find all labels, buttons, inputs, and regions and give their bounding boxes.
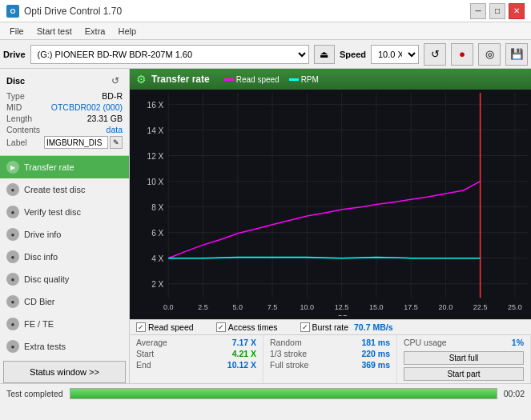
progress-bar-fill [70,389,497,398]
menu-start-test[interactable]: Start test [30,25,78,38]
transfer-rate-icon: ▶ [6,161,19,174]
average-value: 7.17 X [232,338,256,347]
svg-text:4 X: 4 X [151,254,163,263]
verify-test-disc-icon: ● [6,206,19,218]
col-2: Random 181 ms 1/3 stroke 220 ms Full str… [263,335,397,383]
drive-label: Drive [3,50,26,59]
nav-panel: ▶ Transfer rate ● Create test disc ● Ver… [0,156,129,358]
svg-text:0.0: 0.0 [163,303,174,311]
test-button-2[interactable]: ◎ [478,43,501,66]
refresh-drive-button[interactable]: ↺ [424,43,446,66]
disc-contents-label: Contents [6,125,40,134]
svg-rect-0 [133,93,528,316]
svg-text:12 X: 12 X [147,152,164,161]
drive-info-icon: ● [6,228,19,241]
chart-header: ⚙ Transfer rate Read speed RPM [130,69,531,90]
nav-item-create-test-disc[interactable]: ● Create test disc [0,178,129,201]
svg-text:10 X: 10 X [147,178,164,186]
menu-file[interactable]: File [3,25,30,38]
svg-text:5.0: 5.0 [233,303,243,311]
app-icon: O [6,5,19,18]
disc-label-input[interactable] [44,136,108,149]
save-button[interactable]: 💾 [505,43,528,66]
read-speed-checkbox[interactable]: ✓ [136,322,146,332]
menu-extra[interactable]: Extra [78,25,112,38]
nav-item-disc-quality[interactable]: ● Disc quality [0,268,129,290]
col-3: CPU usage 1% Start full Start part [397,335,531,383]
nav-item-transfer-rate[interactable]: ▶ Transfer rate [0,156,129,178]
read-speed-label: Read speed [236,75,280,84]
disc-mid-label: MID [6,102,22,112]
svg-text:2 X: 2 X [151,280,163,289]
fe-te-icon: ● [6,318,19,330]
title-bar: O Opti Drive Control 1.70 ─ □ ✕ [0,0,531,22]
svg-text:2.5: 2.5 [198,303,208,311]
chart-title: Transfer rate [151,74,210,85]
start-label: Start [136,349,154,358]
nav-item-extra-tests[interactable]: ● Extra tests [0,335,129,358]
sidebar: Disc ↺ Type BD-R MID OTCBDR002 (000) Len… [0,69,130,383]
close-button[interactable]: ✕ [509,3,525,19]
status-text: Test completed [6,389,63,398]
svg-text:16 X: 16 X [147,100,164,109]
svg-text:14 X: 14 X [147,126,164,135]
svg-text:10.0: 10.0 [300,303,315,311]
chart-icon: ⚙ [136,73,147,86]
read-speed-checkbox-item: ✓ Read speed [136,322,194,332]
start-full-button[interactable]: Start full [404,351,524,365]
nav-item-fe-te[interactable]: ● FE / TE [0,313,129,335]
disc-label-edit[interactable]: ✎ [110,136,123,149]
disc-quality-icon: ● [6,273,19,286]
nav-item-drive-info[interactable]: ● Drive info [0,223,129,246]
end-value: 10.12 X [227,360,256,370]
one-third-stroke-value: 220 ms [361,349,390,358]
nav-item-disc-info[interactable]: ● Disc info [0,246,129,268]
disc-refresh-button[interactable]: ↺ [108,74,123,88]
one-third-stroke-label: 1/3 stroke [270,349,307,358]
chart-svg: 16 X 14 X 12 X 10 X 8 X 6 X 4 X 2 X 0.0 … [133,93,528,316]
svg-text:6 X: 6 X [151,229,163,238]
disc-panel: Disc ↺ Type BD-R MID OTCBDR002 (000) Len… [0,69,129,156]
rpm-label: RPM [301,75,319,84]
nav-item-verify-test-disc[interactable]: ● Verify test disc [0,201,129,223]
cpu-usage-value: 1% [512,338,524,347]
start-part-button[interactable]: Start part [404,367,524,381]
col-1: Average 7.17 X Start 4.21 X End 10.12 X [130,335,263,383]
progress-bar-wrap [70,388,497,399]
minimize-button[interactable]: ─ [470,3,486,19]
chart-legend: Read speed RPM [224,75,319,84]
test-button-1[interactable]: ● [451,43,473,66]
speed-select[interactable]: 10.0 X [371,45,419,64]
access-times-checkbox[interactable]: ✓ [216,322,226,332]
speed-label: Speed [340,50,366,59]
svg-text:8 X: 8 X [151,203,163,212]
create-test-disc-icon: ● [6,183,19,196]
burst-rate-checkbox[interactable]: ✓ [300,322,310,332]
drive-bar: Drive (G:) PIONEER BD-RW BDR-207M 1.60 ⏏… [0,40,531,69]
burst-rate-checkbox-item: ✓ Burst rate 70.7 MB/s [300,322,393,332]
menu-help[interactable]: Help [111,25,143,38]
access-times-checkbox-item: ✓ Access times [216,322,278,332]
svg-text:20.0: 20.0 [439,303,453,311]
read-speed-checkbox-label: Read speed [148,322,194,332]
extra-tests-icon: ● [6,340,19,353]
nav-item-cd-bier[interactable]: ● CD Bier [0,290,129,313]
svg-text:22.5: 22.5 [473,303,488,311]
maximize-button[interactable]: □ [489,3,505,19]
legend-read-speed: Read speed [224,75,280,84]
drive-select[interactable]: (G:) PIONEER BD-RW BDR-207M 1.60 [30,45,309,64]
menu-bar: File Start test Extra Help [0,22,531,40]
average-label: Average [136,338,167,347]
full-stroke-value: 369 ms [361,360,390,370]
random-value: 181 ms [361,338,390,347]
disc-length-label: Length [6,114,32,123]
random-label: Random [270,338,302,347]
eject-button[interactable]: ⏏ [314,45,335,64]
svg-text:GB: GB [337,314,348,316]
status-window-button[interactable]: Status window >> [3,361,126,383]
chart-canvas: 16 X 14 X 12 X 10 X 8 X 6 X 4 X 2 X 0.0 … [130,90,531,319]
disc-type-label: Type [6,91,25,101]
disc-length-value: 23.31 GB [87,114,123,123]
start-value: 4.21 X [232,349,256,358]
legend-rpm: RPM [289,75,319,84]
